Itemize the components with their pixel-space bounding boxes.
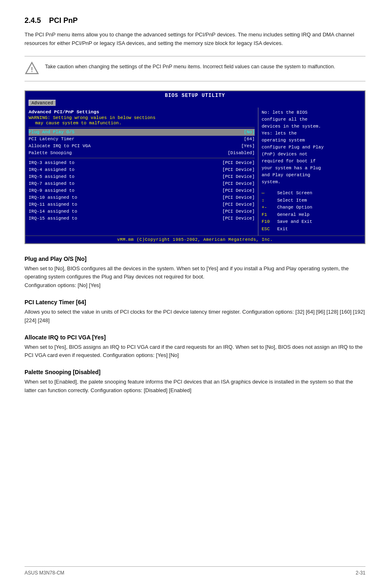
bios-warning-line1: WARNING: Setting wrong values in below s… [29,115,255,120]
bios-row-latency: PCI Latency Timer [64] [29,136,255,143]
warning-box: ! Take caution when changing the setting… [25,56,365,81]
bios-row-plugplay: Plug And Play O/S [No] [29,129,255,136]
footer-page: 2-31 [356,570,365,576]
bios-row-allocate: Allocate IRQ to PCI VGA [Yes] [29,143,255,150]
bios-irq-row: IRQ-3 assigned to[PCI Device] [29,159,255,166]
bios-nav-row: ↕Select Item [262,197,361,204]
subsection-palette-snooping: Palette Snooping [Disabled]When set to [… [25,369,365,395]
bios-title: BIOS SETUP UTILITY [25,91,365,99]
bios-nav-row: ESCExit [262,226,361,233]
subsections: Plug and Play O/S [No]When set to [No], … [25,256,365,395]
bios-irq-rows: IRQ-3 assigned to[PCI Device]IRQ-4 assig… [29,159,255,222]
bios-nav-row: ↔Select Screen [262,190,361,197]
subsection-allocate-irq: Allocate IRQ to PCI VGA [Yes]When set to… [25,334,365,360]
bios-irq-row: IRQ-5 assigned to[PCI Device] [29,173,255,180]
bios-nav-row: +-Change Option [262,204,361,211]
bios-help-text: No: lets the BIOSconfigure all thedevice… [262,109,361,186]
bios-irq-row: IRQ-15 assigned to[PCI Device] [29,215,255,222]
bios-irq-row: IRQ-9 assigned to[PCI Device] [29,187,255,194]
bios-section-title: Advanced PCI/PnP Settings [29,109,255,114]
intro-paragraph: The PCI PnP menu items allow you to chan… [25,31,365,48]
subsection-body-pci-latency: Allows you to select the value in units … [25,308,365,325]
bios-irq-row: IRQ-10 assigned to[PCI Device] [29,194,255,201]
bios-right-panel: No: lets the BIOSconfigure all thedevice… [258,108,365,236]
bios-left-panel: Advanced PCI/PnP Settings WARNING: Setti… [25,108,258,236]
subsection-plug-play: Plug and Play O/S [No]When set to [No], … [25,256,365,290]
subsection-body-plug-play: When set to [No], BIOS configures all th… [25,265,365,290]
bios-warning-line2: may cause system to malfunction. [29,121,255,126]
bios-tab: Advanced [29,100,56,106]
bios-row-palette: Palette Snooping [Disabled] [29,150,255,157]
bios-irq-row: IRQ-7 assigned to[PCI Device] [29,180,255,187]
bios-nav-row: F10Save and Exit [262,218,361,226]
subsection-title-plug-play: Plug and Play O/S [No] [25,256,365,262]
bios-screen: BIOS SETUP UTILITY Advanced Advanced PCI… [25,90,365,244]
subsection-body-palette-snooping: When set to [Enabled], the palete snoopi… [25,378,365,395]
warning-icon: ! [25,61,39,76]
warning-text: Take caution when changing the settings … [45,61,335,71]
subsection-pci-latency: PCI Latency Timer [64]Allows you to sele… [25,299,365,325]
subsection-title-pci-latency: PCI Latency Timer [64] [25,299,365,305]
page-footer: ASUS M3N78-CM 2-31 [25,566,365,576]
bios-irq-row: IRQ-14 assigned to[PCI Device] [29,208,255,215]
bios-nav: ↔Select Screen↕Select Item+-Change Optio… [262,190,361,233]
bios-irq-row: IRQ-4 assigned to[PCI Device] [29,166,255,173]
bios-nav-row: F1General Help [262,211,361,219]
section-title: 2.4.5 PCI PnP [25,16,365,25]
bios-footer: vMM.mm (C)Copyright 1985-2002, American … [25,236,365,243]
section-name: PCI PnP [49,16,78,25]
subsection-body-allocate-irq: When set to [Yes], BIOS assigns an IRQ t… [25,343,365,360]
subsection-title-palette-snooping: Palette Snooping [Disabled] [25,369,365,375]
svg-text:!: ! [31,66,33,74]
bios-irq-row: IRQ-11 assigned to[PCI Device] [29,201,255,208]
section-number: 2.4.5 [25,16,41,25]
subsection-title-allocate-irq: Allocate IRQ to PCI VGA [Yes] [25,334,365,341]
footer-product: ASUS M3N78-CM [25,570,64,576]
